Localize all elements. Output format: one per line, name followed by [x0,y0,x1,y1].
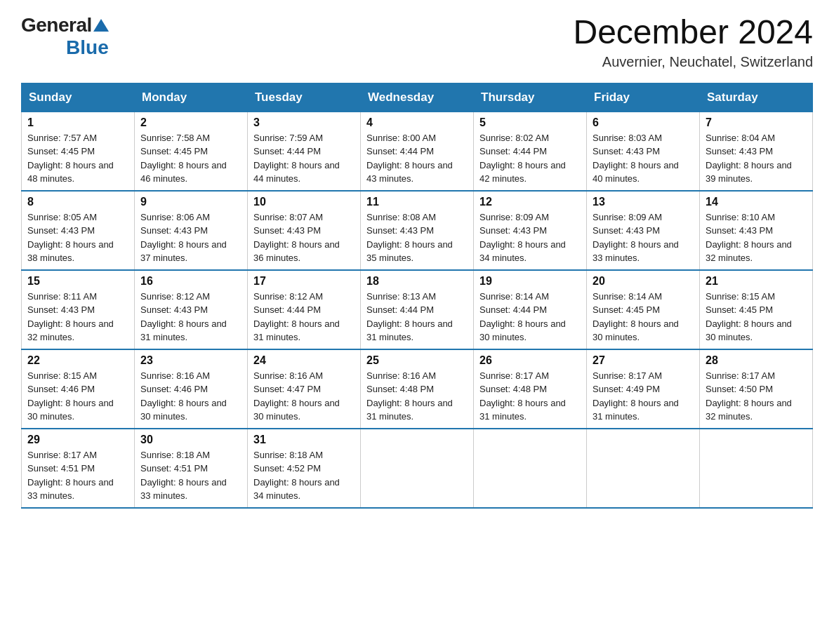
location-subtitle: Auvernier, Neuchatel, Switzerland [573,54,813,70]
day-info: Sunrise: 7:58 AM Sunset: 4:45 PM Dayligh… [140,131,241,186]
header-wednesday: Wednesday [361,83,474,112]
day-number: 9 [140,196,241,208]
day-info: Sunrise: 8:00 AM Sunset: 4:44 PM Dayligh… [366,131,468,186]
header-tuesday: Tuesday [248,83,361,112]
day-number: 13 [593,196,694,208]
calendar-header: Sunday Monday Tuesday Wednesday Thursday… [22,83,813,112]
day-number: 7 [706,116,807,129]
day-info: Sunrise: 7:59 AM Sunset: 4:44 PM Dayligh… [253,131,355,186]
day-info: Sunrise: 7:57 AM Sunset: 4:45 PM Dayligh… [27,131,128,186]
calendar-week-row: 22 Sunrise: 8:15 AM Sunset: 4:46 PM Dayl… [22,349,813,429]
day-info: Sunrise: 8:12 AM Sunset: 4:43 PM Dayligh… [140,290,241,344]
day-info: Sunrise: 8:06 AM Sunset: 4:43 PM Dayligh… [140,210,241,265]
day-info: Sunrise: 8:03 AM Sunset: 4:43 PM Dayligh… [593,131,694,186]
calendar-day-cell: 22 Sunrise: 8:15 AM Sunset: 4:46 PM Dayl… [22,349,135,429]
calendar-day-cell [361,429,474,508]
calendar-day-cell: 23 Sunrise: 8:16 AM Sunset: 4:46 PM Dayl… [135,349,248,429]
day-number: 12 [479,196,581,208]
calendar-day-cell: 7 Sunrise: 8:04 AM Sunset: 4:43 PM Dayli… [700,112,813,191]
day-number: 5 [479,116,581,129]
calendar-day-cell: 25 Sunrise: 8:16 AM Sunset: 4:48 PM Dayl… [361,349,474,429]
day-number: 18 [366,275,468,288]
calendar-week-row: 8 Sunrise: 8:05 AM Sunset: 4:43 PM Dayli… [22,191,813,270]
day-info: Sunrise: 8:07 AM Sunset: 4:43 PM Dayligh… [253,210,355,265]
day-info: Sunrise: 8:04 AM Sunset: 4:43 PM Dayligh… [706,131,807,186]
day-number: 22 [27,354,128,367]
day-info: Sunrise: 8:15 AM Sunset: 4:46 PM Dayligh… [27,369,128,424]
calendar-day-cell: 29 Sunrise: 8:17 AM Sunset: 4:51 PM Dayl… [22,429,135,508]
day-number: 24 [253,354,355,367]
day-info: Sunrise: 8:15 AM Sunset: 4:45 PM Dayligh… [706,290,807,344]
calendar-body: 1 Sunrise: 7:57 AM Sunset: 4:45 PM Dayli… [22,112,813,508]
day-number: 28 [706,354,807,367]
day-info: Sunrise: 8:09 AM Sunset: 4:43 PM Dayligh… [593,210,694,265]
day-info: Sunrise: 8:18 AM Sunset: 4:51 PM Dayligh… [140,448,241,503]
day-number: 1 [27,116,128,129]
day-info: Sunrise: 8:17 AM Sunset: 4:51 PM Dayligh… [27,448,128,503]
day-number: 4 [366,116,468,129]
day-number: 6 [593,116,694,129]
day-info: Sunrise: 8:17 AM Sunset: 4:49 PM Dayligh… [593,369,694,424]
calendar-day-cell: 2 Sunrise: 7:58 AM Sunset: 4:45 PM Dayli… [135,112,248,191]
calendar-day-cell: 8 Sunrise: 8:05 AM Sunset: 4:43 PM Dayli… [22,191,135,270]
day-info: Sunrise: 8:16 AM Sunset: 4:48 PM Dayligh… [366,369,468,424]
calendar-day-cell: 20 Sunrise: 8:14 AM Sunset: 4:45 PM Dayl… [587,270,700,349]
calendar-week-row: 1 Sunrise: 7:57 AM Sunset: 4:45 PM Dayli… [22,112,813,191]
calendar-day-cell: 28 Sunrise: 8:17 AM Sunset: 4:50 PM Dayl… [700,349,813,429]
day-number: 21 [706,275,807,288]
day-number: 23 [140,354,241,367]
calendar-day-cell: 19 Sunrise: 8:14 AM Sunset: 4:44 PM Dayl… [474,270,587,349]
calendar-day-cell: 3 Sunrise: 7:59 AM Sunset: 4:44 PM Dayli… [248,112,361,191]
header-monday: Monday [135,83,248,112]
logo-blue-text: Blue [66,36,109,59]
month-title: December 2024 [573,14,813,51]
day-number: 17 [253,275,355,288]
day-number: 31 [253,434,355,446]
day-number: 10 [253,196,355,208]
calendar-day-cell [587,429,700,508]
calendar-day-cell: 13 Sunrise: 8:09 AM Sunset: 4:43 PM Dayl… [587,191,700,270]
day-number: 26 [479,354,581,367]
day-number: 30 [140,434,241,446]
calendar-day-cell: 4 Sunrise: 8:00 AM Sunset: 4:44 PM Dayli… [361,112,474,191]
header-sunday: Sunday [22,83,135,112]
calendar-day-cell: 15 Sunrise: 8:11 AM Sunset: 4:43 PM Dayl… [22,270,135,349]
calendar-day-cell: 31 Sunrise: 8:18 AM Sunset: 4:52 PM Dayl… [248,429,361,508]
calendar-day-cell: 24 Sunrise: 8:16 AM Sunset: 4:47 PM Dayl… [248,349,361,429]
day-number: 20 [593,275,694,288]
day-info: Sunrise: 8:17 AM Sunset: 4:48 PM Dayligh… [479,369,581,424]
calendar-day-cell: 6 Sunrise: 8:03 AM Sunset: 4:43 PM Dayli… [587,112,700,191]
day-info: Sunrise: 8:16 AM Sunset: 4:47 PM Dayligh… [253,369,355,424]
calendar-day-cell: 21 Sunrise: 8:15 AM Sunset: 4:45 PM Dayl… [700,270,813,349]
calendar-day-cell: 11 Sunrise: 8:08 AM Sunset: 4:43 PM Dayl… [361,191,474,270]
header-thursday: Thursday [474,83,587,112]
page-header: General Blue December 2024 Auvernier, Ne… [21,14,813,70]
calendar-day-cell: 27 Sunrise: 8:17 AM Sunset: 4:49 PM Dayl… [587,349,700,429]
day-info: Sunrise: 8:10 AM Sunset: 4:43 PM Dayligh… [706,210,807,265]
day-info: Sunrise: 8:13 AM Sunset: 4:44 PM Dayligh… [366,290,468,344]
calendar-day-cell: 12 Sunrise: 8:09 AM Sunset: 4:43 PM Dayl… [474,191,587,270]
svg-marker-0 [93,19,109,32]
day-info: Sunrise: 8:02 AM Sunset: 4:44 PM Dayligh… [479,131,581,186]
calendar-week-row: 15 Sunrise: 8:11 AM Sunset: 4:43 PM Dayl… [22,270,813,349]
header-saturday: Saturday [700,83,813,112]
day-number: 25 [366,354,468,367]
day-number: 27 [593,354,694,367]
day-info: Sunrise: 8:18 AM Sunset: 4:52 PM Dayligh… [253,448,355,503]
header-row: Sunday Monday Tuesday Wednesday Thursday… [22,83,813,112]
day-info: Sunrise: 8:12 AM Sunset: 4:44 PM Dayligh… [253,290,355,344]
day-info: Sunrise: 8:14 AM Sunset: 4:44 PM Dayligh… [479,290,581,344]
day-number: 3 [253,116,355,129]
day-info: Sunrise: 8:16 AM Sunset: 4:46 PM Dayligh… [140,369,241,424]
calendar-day-cell [474,429,587,508]
day-number: 29 [27,434,128,446]
day-number: 16 [140,275,241,288]
calendar-week-row: 29 Sunrise: 8:17 AM Sunset: 4:51 PM Dayl… [22,429,813,508]
calendar-day-cell: 30 Sunrise: 8:18 AM Sunset: 4:51 PM Dayl… [135,429,248,508]
logo-general-text: General [21,14,92,36]
calendar-day-cell: 16 Sunrise: 8:12 AM Sunset: 4:43 PM Dayl… [135,270,248,349]
calendar-day-cell: 26 Sunrise: 8:17 AM Sunset: 4:48 PM Dayl… [474,349,587,429]
day-info: Sunrise: 8:11 AM Sunset: 4:43 PM Dayligh… [27,290,128,344]
calendar-day-cell: 9 Sunrise: 8:06 AM Sunset: 4:43 PM Dayli… [135,191,248,270]
logo-triangle-icon [93,18,109,33]
